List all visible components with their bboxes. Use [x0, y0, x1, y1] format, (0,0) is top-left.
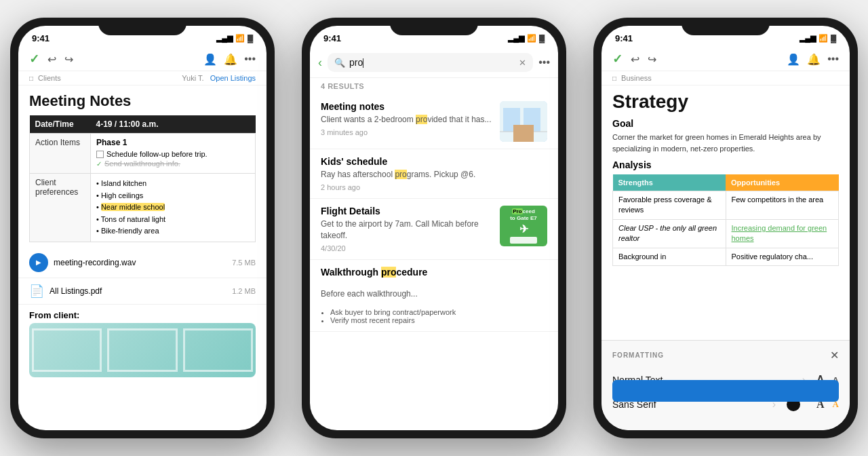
wav-details: meeting-recording.wav	[54, 258, 136, 267]
attachment-left-pdf: 📄 All Listings.pdf	[29, 284, 102, 299]
toolbar-left-3: ✓ ↩ ↪	[612, 52, 656, 66]
close-formatting-button[interactable]: ✕	[830, 349, 839, 362]
clear-search-button[interactable]: ✕	[519, 58, 526, 68]
folder-icon: □	[29, 75, 33, 82]
search-result-1[interactable]: Meeting notes Client wants a 2-bedroom p…	[310, 94, 558, 149]
breadcrumb-1: □ Clients	[29, 74, 61, 82]
col-header-datetime: Date/Time	[30, 115, 91, 134]
check-icon-3[interactable]: ✓	[612, 52, 623, 66]
search-text[interactable]: pro	[349, 57, 515, 68]
battery-icon: ▓	[248, 34, 253, 42]
strength-1: Favorable press coverage & reviews	[613, 191, 726, 220]
result-content-2: Kids' schedule Ray has afterschool progr…	[321, 156, 547, 191]
screen-3: 9:41 ▂▄▆ 📶 ▓ ✓ ↩ ↪ 👤 🔔 ••• □	[601, 26, 850, 430]
task-2-text: Send walkthrough info.	[104, 159, 180, 168]
result-snippet-1: Client wants a 2-bedroom provided that i…	[321, 114, 493, 126]
walkthrough-bullet-2: Verify most recent repairs	[330, 316, 547, 324]
redo-icon-3[interactable]: ↪	[648, 53, 656, 66]
signal-icon-2: ▂▄▆	[508, 34, 524, 43]
breadcrumb-bar-1: □ Clients Yuki T. Open Listings	[18, 71, 267, 86]
screen-1: 9:41 ▂▄▆ 📶 ▓ ✓ ↩ ↪ 👤 🔔 ••• □	[18, 26, 267, 430]
time-1: 9:41	[32, 33, 50, 43]
formatting-title: FORMATTING	[612, 352, 664, 359]
wav-size: 7.5 MB	[232, 259, 256, 267]
attachment-wav: ▶ meeting-recording.wav 7.5 MB	[18, 248, 267, 278]
pref-item-2: High ceilings	[96, 190, 250, 202]
pref-item-1: Island kitchen	[96, 178, 250, 190]
attachment-pdf: 📄 All Listings.pdf 1.2 MB	[18, 278, 267, 305]
check-icon[interactable]: ✓	[29, 52, 39, 66]
strength-2: Clear USP - the only all green realtor	[613, 219, 726, 248]
boarding-pass: Proceedto Gate E7 ✈	[500, 206, 547, 246]
result-time-3: 4/30/20	[321, 244, 493, 252]
more-button-search[interactable]: •••	[538, 56, 550, 69]
from-client-label: From client:	[18, 305, 267, 323]
pdf-icon: 📄	[29, 284, 44, 299]
pref-item-4: Tons of natural light	[96, 214, 250, 226]
result-title-4: Walkthrough procedure	[321, 267, 547, 278]
redo-icon[interactable]: ↪	[64, 53, 73, 66]
opportunity-2: Increasing demand for green homes	[726, 219, 839, 248]
analysis-row-2: Clear USP - the only all green realtor I…	[613, 219, 839, 248]
user-icon[interactable]: 👤	[203, 53, 217, 66]
svg-rect-4	[513, 125, 534, 142]
time-2: 9:41	[323, 33, 341, 43]
result-snippet-2: Ray has afterschool programs. Pickup @6.	[321, 169, 547, 180]
window-illustration	[29, 323, 256, 377]
search-bar[interactable]: 🔍 pro ✕	[328, 53, 533, 72]
undo-icon-3[interactable]: ↩	[631, 53, 639, 66]
formatting-panel: FORMATTING ✕ Normal Text › A A Sans Seri…	[601, 340, 850, 430]
result-content-3: Flight Details Get to the airport by 7am…	[321, 206, 493, 252]
goal-text: Corner the market for green homes in Eme…	[612, 132, 839, 154]
client-photo	[29, 323, 256, 377]
result-snippet-4: Before each walkthrough...	[321, 288, 547, 300]
pdf-details: All Listings.pdf	[50, 286, 102, 296]
qr-placeholder	[510, 237, 537, 244]
bell-icon[interactable]: 🔔	[224, 53, 237, 66]
phone-2: 9:41 ▂▄▆ 📶 ▓ ‹ 🔍 pro ✕ ••• 4 RESULTS	[302, 18, 566, 438]
checkmark-2[interactable]: ✓	[96, 160, 102, 168]
user-icon-3[interactable]: 👤	[787, 53, 800, 66]
play-button[interactable]: ▶	[29, 253, 48, 272]
pref-item-5: Bike-friendly area	[96, 225, 250, 238]
result-title-3: Flight Details	[321, 206, 493, 216]
result-snippet-3: Get to the airport by 7am. Call Micah be…	[321, 218, 493, 242]
bell-icon-3[interactable]: 🔔	[807, 53, 821, 66]
window-pane-1	[32, 328, 102, 372]
result-time-1: 3 minutes ago	[321, 128, 493, 136]
search-result-2[interactable]: Kids' schedule Ray has afterschool progr…	[310, 149, 558, 199]
analysis-row-3: Background in Positive regulatory cha...	[613, 248, 839, 265]
search-result-4[interactable]: Walkthrough procedure Before each walkth…	[310, 260, 558, 332]
search-result-3[interactable]: Flight Details Get to the airport by 7am…	[310, 199, 558, 260]
battery-icon-2: ▓	[539, 34, 545, 42]
action-items-label: Action Items	[30, 134, 91, 174]
undo-icon[interactable]: ↩	[47, 53, 56, 66]
result-content-1: Meeting notes Client wants a 2-bedroom p…	[321, 101, 493, 142]
strength-3: Background in	[613, 248, 726, 265]
more-icon-1[interactable]: •••	[244, 53, 256, 65]
result-title-2: Kids' schedule	[321, 156, 547, 167]
phase-title: Phase 1	[96, 138, 250, 147]
boarding-text: Proceedto Gate E7	[510, 208, 537, 223]
more-icon-3[interactable]: •••	[827, 53, 839, 65]
room-svg	[500, 101, 547, 142]
col-header-value: 4-19 / 11:00 a.m.	[91, 115, 256, 134]
back-button[interactable]: ‹	[318, 56, 322, 70]
wav-name: meeting-recording.wav	[54, 258, 136, 267]
screen-2: 9:41 ▂▄▆ 📶 ▓ ‹ 🔍 pro ✕ ••• 4 RESULTS	[310, 26, 558, 430]
walkthrough-bullets: Ask buyer to bring contract/paperwork Ve…	[321, 308, 547, 324]
col-opportunities: Opportunities	[726, 174, 839, 191]
breadcrumb-3: □ Business	[612, 74, 652, 82]
open-listings-link[interactable]: Yuki T. Open Listings	[182, 74, 256, 82]
task-2-item: ✓ Send walkthrough info.	[96, 159, 250, 168]
toolbar-3: ✓ ↩ ↪ 👤 🔔 •••	[601, 48, 850, 71]
wifi-icon: 📶	[235, 34, 245, 43]
window-pane-3	[183, 328, 253, 372]
checkbox-1[interactable]	[96, 151, 104, 158]
analysis-row-1: Favorable press coverage & reviews Few c…	[613, 191, 839, 220]
walkthrough-bullet-1: Ask buyer to bring contract/paperwork	[330, 308, 547, 316]
attachment-left-wav: ▶ meeting-recording.wav	[29, 253, 136, 272]
toolbar-1: ✓ ↩ ↪ 👤 🔔 •••	[18, 48, 267, 71]
opportunity-3: Positive regulatory cha...	[726, 248, 839, 265]
task-1-text: Schedule follow-up before trip.	[106, 150, 208, 158]
